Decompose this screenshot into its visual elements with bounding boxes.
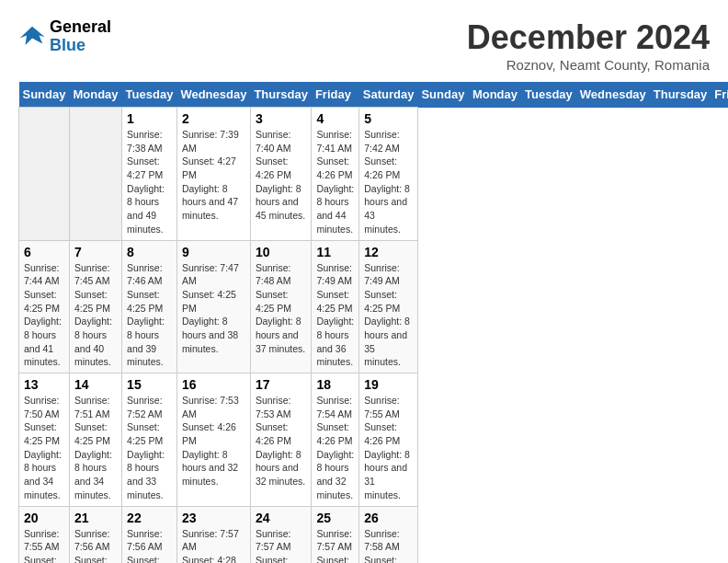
cell-detail: Sunrise: 7:55 AMSunset: 4:26 PMDaylight:… bbox=[364, 395, 410, 500]
calendar-cell: 10 Sunrise: 7:48 AMSunset: 4:25 PMDaylig… bbox=[250, 240, 312, 373]
day-number: 25 bbox=[316, 511, 354, 525]
calendar-cell: 19 Sunrise: 7:55 AMSunset: 4:26 PMDaylig… bbox=[359, 373, 418, 507]
svg-marker-0 bbox=[20, 27, 45, 45]
title-block: December 2024 Roznov, Neamt County, Roma… bbox=[467, 18, 710, 73]
calendar-cell: 7 Sunrise: 7:45 AMSunset: 4:25 PMDayligh… bbox=[69, 240, 121, 373]
calendar-week-row: 20 Sunrise: 7:55 AMSunset: 4:27 PMDaylig… bbox=[19, 506, 729, 563]
cell-detail: Sunrise: 7:50 AMSunset: 4:25 PMDaylight:… bbox=[24, 395, 62, 500]
cell-detail: Sunrise: 7:44 AMSunset: 4:25 PMDaylight:… bbox=[24, 262, 62, 368]
location: Roznov, Neamt County, Romania bbox=[467, 57, 710, 73]
calendar-cell: 12 Sunrise: 7:49 AMSunset: 4:25 PMDaylig… bbox=[359, 240, 418, 373]
logo-text: General Blue bbox=[50, 18, 111, 55]
day-number: 5 bbox=[364, 111, 413, 126]
logo-blue: Blue bbox=[50, 37, 111, 55]
day-of-week-header: Sunday bbox=[417, 82, 468, 108]
day-number: 13 bbox=[24, 377, 64, 392]
calendar-cell: 8 Sunrise: 7:46 AMSunset: 4:25 PMDayligh… bbox=[122, 240, 177, 373]
day-number: 22 bbox=[127, 511, 172, 525]
cell-detail: Sunrise: 7:51 AMSunset: 4:25 PMDaylight:… bbox=[74, 395, 112, 500]
calendar-cell: 22 Sunrise: 7:56 AMSunset: 4:28 PMDaylig… bbox=[122, 506, 177, 563]
cell-detail: Sunrise: 7:48 AMSunset: 4:25 PMDaylight:… bbox=[256, 262, 305, 354]
day-of-week-header: Wednesday bbox=[576, 82, 650, 108]
cell-detail: Sunrise: 7:38 AMSunset: 4:27 PMDaylight:… bbox=[127, 129, 165, 235]
day-of-week-header: Monday bbox=[69, 82, 121, 108]
month-title: December 2024 bbox=[467, 18, 710, 57]
calendar-header-row: SundayMondayTuesdayWednesdayThursdayFrid… bbox=[19, 82, 729, 108]
calendar-cell: 26 Sunrise: 7:58 AMSunset: 4:30 PMDaylig… bbox=[359, 506, 418, 563]
day-of-week-header: Tuesday bbox=[122, 82, 177, 108]
day-number: 18 bbox=[316, 377, 354, 392]
calendar-cell: 3 Sunrise: 7:40 AMSunset: 4:26 PMDayligh… bbox=[250, 108, 312, 241]
day-number: 12 bbox=[364, 245, 413, 259]
cell-detail: Sunrise: 7:39 AMSunset: 4:27 PMDaylight:… bbox=[182, 129, 239, 221]
cell-detail: Sunrise: 7:40 AMSunset: 4:26 PMDaylight:… bbox=[256, 129, 305, 221]
day-number: 16 bbox=[182, 377, 245, 392]
calendar-cell bbox=[69, 108, 121, 241]
calendar-cell: 25 Sunrise: 7:57 AMSunset: 4:30 PMDaylig… bbox=[312, 506, 359, 563]
cell-detail: Sunrise: 7:57 AMSunset: 4:30 PMDaylight:… bbox=[316, 528, 354, 564]
day-of-week-header: Monday bbox=[469, 82, 521, 108]
cell-detail: Sunrise: 7:42 AMSunset: 4:26 PMDaylight:… bbox=[364, 129, 410, 235]
logo-bird-icon bbox=[18, 23, 46, 51]
cell-detail: Sunrise: 7:47 AMSunset: 4:25 PMDaylight:… bbox=[182, 262, 239, 354]
day-of-week-header: Friday bbox=[312, 82, 359, 108]
cell-detail: Sunrise: 7:54 AMSunset: 4:26 PMDaylight:… bbox=[316, 395, 354, 500]
cell-detail: Sunrise: 7:46 AMSunset: 4:25 PMDaylight:… bbox=[127, 262, 165, 368]
cell-detail: Sunrise: 7:55 AMSunset: 4:27 PMDaylight:… bbox=[24, 528, 62, 564]
day-number: 10 bbox=[256, 245, 307, 259]
day-of-week-header: Tuesday bbox=[521, 82, 576, 108]
day-number: 3 bbox=[256, 111, 307, 126]
calendar-cell: 18 Sunrise: 7:54 AMSunset: 4:26 PMDaylig… bbox=[312, 373, 359, 507]
day-number: 20 bbox=[24, 511, 64, 525]
calendar-cell bbox=[19, 108, 70, 241]
calendar-cell: 17 Sunrise: 7:53 AMSunset: 4:26 PMDaylig… bbox=[250, 373, 312, 507]
calendar-week-row: 6 Sunrise: 7:44 AMSunset: 4:25 PMDayligh… bbox=[19, 240, 729, 373]
calendar-cell: 6 Sunrise: 7:44 AMSunset: 4:25 PMDayligh… bbox=[19, 240, 70, 373]
day-number: 2 bbox=[182, 111, 245, 126]
calendar-cell: 23 Sunrise: 7:57 AMSunset: 4:28 PMDaylig… bbox=[176, 506, 250, 563]
calendar-cell: 5 Sunrise: 7:42 AMSunset: 4:26 PMDayligh… bbox=[359, 108, 418, 241]
day-number: 21 bbox=[74, 511, 117, 525]
cell-detail: Sunrise: 7:56 AMSunset: 4:28 PMDaylight:… bbox=[127, 528, 165, 564]
day-number: 24 bbox=[256, 511, 307, 525]
calendar-cell: 9 Sunrise: 7:47 AMSunset: 4:25 PMDayligh… bbox=[176, 240, 250, 373]
calendar-cell: 15 Sunrise: 7:52 AMSunset: 4:25 PMDaylig… bbox=[122, 373, 177, 507]
day-number: 14 bbox=[74, 377, 117, 392]
calendar-cell: 14 Sunrise: 7:51 AMSunset: 4:25 PMDaylig… bbox=[69, 373, 121, 507]
page-header: General Blue December 2024 Roznov, Neamt… bbox=[18, 18, 710, 73]
cell-detail: Sunrise: 7:56 AMSunset: 4:27 PMDaylight:… bbox=[74, 528, 112, 564]
day-number: 17 bbox=[256, 377, 307, 392]
day-number: 15 bbox=[127, 377, 172, 392]
day-of-week-header: Wednesday bbox=[176, 82, 250, 108]
day-of-week-header: Thursday bbox=[250, 82, 312, 108]
day-number: 11 bbox=[316, 245, 354, 259]
day-number: 26 bbox=[364, 511, 413, 525]
day-of-week-header: Saturday bbox=[359, 82, 418, 108]
calendar-cell: 16 Sunrise: 7:53 AMSunset: 4:26 PMDaylig… bbox=[176, 373, 250, 507]
calendar-table: SundayMondayTuesdayWednesdayThursdayFrid… bbox=[18, 82, 728, 563]
day-of-week-header: Friday bbox=[711, 82, 728, 108]
calendar-cell: 11 Sunrise: 7:49 AMSunset: 4:25 PMDaylig… bbox=[312, 240, 359, 373]
day-of-week-header: Sunday bbox=[19, 82, 70, 108]
day-number: 1 bbox=[127, 111, 172, 126]
cell-detail: Sunrise: 7:41 AMSunset: 4:26 PMDaylight:… bbox=[316, 129, 354, 235]
day-number: 6 bbox=[24, 245, 64, 259]
calendar-cell: 4 Sunrise: 7:41 AMSunset: 4:26 PMDayligh… bbox=[312, 108, 359, 241]
cell-detail: Sunrise: 7:57 AMSunset: 4:28 PMDaylight:… bbox=[182, 528, 239, 564]
calendar-week-row: 13 Sunrise: 7:50 AMSunset: 4:25 PMDaylig… bbox=[19, 373, 729, 507]
calendar-cell: 21 Sunrise: 7:56 AMSunset: 4:27 PMDaylig… bbox=[69, 506, 121, 563]
day-number: 9 bbox=[182, 245, 245, 259]
cell-detail: Sunrise: 7:58 AMSunset: 4:30 PMDaylight:… bbox=[364, 528, 410, 564]
calendar-cell: 1 Sunrise: 7:38 AMSunset: 4:27 PMDayligh… bbox=[122, 108, 177, 241]
cell-detail: Sunrise: 7:57 AMSunset: 4:29 PMDaylight:… bbox=[256, 528, 305, 564]
logo-general: General bbox=[50, 18, 111, 37]
cell-detail: Sunrise: 7:49 AMSunset: 4:25 PMDaylight:… bbox=[316, 262, 354, 368]
day-number: 4 bbox=[316, 111, 354, 126]
logo: General Blue bbox=[18, 18, 111, 55]
calendar-cell: 13 Sunrise: 7:50 AMSunset: 4:25 PMDaylig… bbox=[19, 373, 70, 507]
day-number: 19 bbox=[364, 377, 413, 392]
cell-detail: Sunrise: 7:52 AMSunset: 4:25 PMDaylight:… bbox=[127, 395, 165, 500]
cell-detail: Sunrise: 7:53 AMSunset: 4:26 PMDaylight:… bbox=[182, 395, 239, 487]
cell-detail: Sunrise: 7:49 AMSunset: 4:25 PMDaylight:… bbox=[364, 262, 410, 368]
day-number: 23 bbox=[182, 511, 245, 525]
